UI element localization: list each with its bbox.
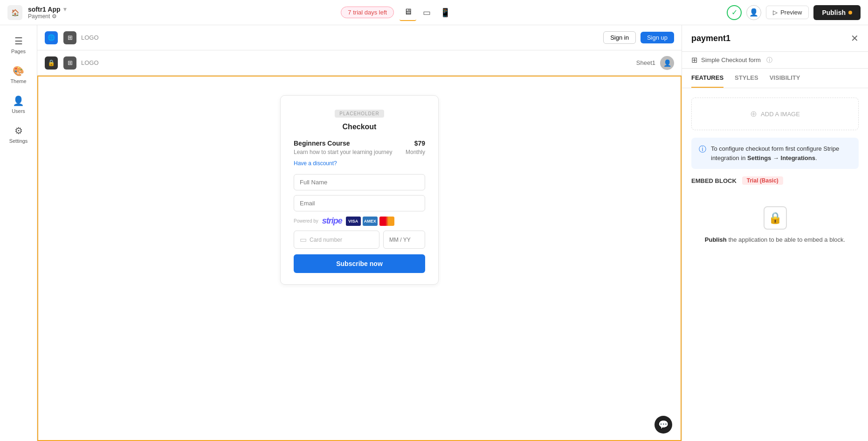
- publish-label: Publish: [822, 9, 846, 16]
- close-button[interactable]: ✕: [851, 33, 859, 44]
- layout-icon: ⊞: [691, 56, 697, 64]
- sidebar-item-label: Settings: [9, 138, 28, 144]
- app-subtitle: Payment ⚙: [28, 13, 68, 20]
- component-type-label: Simple Checkout form: [701, 56, 761, 63]
- panel-sub-row: ⊞ Simple Checkout form ⓘ: [682, 52, 868, 69]
- amex-logo: AMEX: [363, 217, 378, 226]
- preview-button[interactable]: ▷ Preview: [766, 6, 809, 19]
- app-logo-icon: 🏠: [7, 5, 22, 20]
- preview-label: Preview: [780, 9, 802, 16]
- desktop-view-button[interactable]: 🖥: [400, 4, 416, 21]
- sidebar: ☰ Pages 🎨 Theme 👤 Users ⚙ Settings: [0, 25, 37, 441]
- app-sub-label: Payment: [28, 13, 50, 20]
- nav-bar-1: 🌐 ⊞ LOGO Sign in Sign up: [37, 25, 682, 50]
- full-name-input[interactable]: [294, 174, 425, 190]
- canvas-content: PLACEHOLDER Checkout Beginners Course $7…: [37, 76, 682, 441]
- app-name-label: softr1 App: [28, 6, 60, 13]
- logo-label-1: LOGO: [81, 34, 99, 41]
- signup-button[interactable]: Sign up: [641, 32, 674, 43]
- lock-area: 🔒 Publish the application to be able to …: [691, 192, 859, 257]
- publish-button[interactable]: Publish: [813, 5, 861, 20]
- drag-handle-icon-2: ⊞: [63, 56, 76, 70]
- users-icon: 👤: [13, 95, 24, 106]
- checkout-title: Checkout: [294, 123, 425, 131]
- tab-styles[interactable]: STYLES: [735, 69, 758, 88]
- info-circle-icon: ⓘ: [699, 145, 706, 154]
- app-name: softr1 App ▼: [28, 6, 68, 13]
- info-text: To configure checkout form first configu…: [711, 144, 851, 162]
- product-price: $79: [414, 140, 425, 147]
- sidebar-item-theme[interactable]: 🎨 Theme: [4, 61, 34, 89]
- canvas-inner: 🌐 ⊞ LOGO Sign in Sign up 🔒 ⊞ LOGO Sheet1…: [37, 25, 682, 441]
- trial-badge[interactable]: 7 trial days left: [341, 7, 394, 18]
- settings-icon: ⚙: [14, 125, 23, 136]
- logo-label-2: LOGO: [81, 59, 99, 66]
- user-account-icon[interactable]: 👤: [746, 5, 761, 20]
- play-icon: ▷: [773, 9, 778, 16]
- mastercard-logo: [379, 217, 394, 226]
- sidebar-item-pages[interactable]: ☰ Pages: [4, 31, 34, 59]
- tab-features[interactable]: FEATURES: [691, 69, 723, 88]
- sidebar-item-settings[interactable]: ⚙ Settings: [4, 120, 34, 148]
- product-desc-row: Learn how to start your learning journey…: [294, 149, 425, 155]
- plus-icon: ⊕: [750, 109, 757, 119]
- visa-logo: VISA: [346, 217, 361, 226]
- pages-icon: ☰: [14, 35, 23, 47]
- mobile-view-button[interactable]: 📱: [437, 4, 454, 21]
- card-input-row: ▭ Card number: [294, 231, 425, 249]
- topbar: 🏠 softr1 App ▼ Payment ⚙ 7 trial days le…: [0, 0, 868, 25]
- publish-indicator: [848, 11, 852, 14]
- settings-icon[interactable]: ⚙: [52, 13, 57, 20]
- lock-icon: 🔒: [764, 206, 787, 230]
- email-input[interactable]: [294, 195, 425, 211]
- card-number-wrap[interactable]: ▭ Card number: [294, 231, 379, 249]
- embed-block-label: EMBED BLOCK: [691, 177, 737, 184]
- sidebar-item-users[interactable]: 👤 Users: [4, 91, 34, 119]
- lock-text: Publish the application to be able to em…: [705, 236, 845, 243]
- product-row: Beginners Course $79: [294, 140, 425, 147]
- subscribe-button[interactable]: Subscribe now: [294, 254, 425, 273]
- product-desc: Learn how to start your learning journey: [294, 149, 392, 155]
- device-switcher: 🖥 ▭ 📱: [400, 4, 454, 21]
- placeholder-badge: PLACEHOLDER: [294, 109, 425, 117]
- add-image-label: ADD A IMAGE: [761, 111, 800, 118]
- panel-header: payment1 ✕: [682, 25, 868, 52]
- sidebar-item-label: Pages: [11, 49, 26, 54]
- tab-visibility[interactable]: VISIBILITY: [770, 69, 800, 88]
- panel-body: ⊕ ADD A IMAGE ⓘ To configure checkout fo…: [682, 88, 868, 441]
- info-box: ⓘ To configure checkout form first confi…: [691, 138, 859, 169]
- checkout-card: PLACEHOLDER Checkout Beginners Course $7…: [280, 95, 439, 285]
- trial-tag: Trial (Basic): [742, 176, 783, 185]
- lock-icon: 🔒: [45, 56, 58, 70]
- sidebar-item-label: Theme: [10, 78, 26, 84]
- nav-bar-2: 🔒 ⊞ LOGO Sheet1 👤: [37, 50, 682, 76]
- check-status-icon: ✓: [727, 5, 742, 20]
- discount-link[interactable]: Have a discount?: [294, 160, 425, 167]
- canvas-area: 🌐 ⊞ LOGO Sign in Sign up 🔒 ⊞ LOGO Sheet1…: [37, 25, 682, 441]
- card-logos: VISA AMEX: [346, 217, 394, 226]
- panel-tabs: FEATURES STYLES VISIBILITY: [682, 69, 868, 88]
- drag-handle-icon: ⊞: [63, 31, 76, 44]
- chat-button[interactable]: 💬: [654, 416, 672, 434]
- expiry-input[interactable]: [383, 231, 425, 249]
- product-period: Monthly: [406, 149, 425, 155]
- nav-actions: Sign in Sign up: [603, 31, 674, 44]
- card-number-label: Card number: [310, 237, 342, 243]
- globe-icon: 🌐: [45, 31, 58, 44]
- embed-block-row: EMBED BLOCK Trial (Basic): [691, 176, 859, 185]
- signin-button[interactable]: Sign in: [603, 31, 636, 44]
- card-icon: ▭: [300, 235, 307, 244]
- stripe-row: Powered by stripe VISA AMEX: [294, 216, 425, 226]
- powered-by-label: Powered by: [294, 218, 318, 224]
- main-layout: ☰ Pages 🎨 Theme 👤 Users ⚙ Settings 🌐 ⊞ L…: [0, 25, 868, 441]
- sheet-row: Sheet1 👤: [636, 56, 674, 70]
- topbar-actions: ✓ 👤 ▷ Preview Publish: [727, 5, 861, 20]
- stripe-logo: stripe: [322, 216, 342, 226]
- add-image-area[interactable]: ⊕ ADD A IMAGE: [691, 98, 859, 130]
- dropdown-icon[interactable]: ▼: [62, 6, 68, 13]
- right-panel: payment1 ✕ ⊞ Simple Checkout form ⓘ FEAT…: [682, 25, 868, 441]
- tablet-view-button[interactable]: ▭: [418, 4, 435, 21]
- trial-label: 7 trial days left: [348, 9, 387, 16]
- avatar: 👤: [660, 56, 674, 70]
- panel-title: payment1: [691, 34, 851, 43]
